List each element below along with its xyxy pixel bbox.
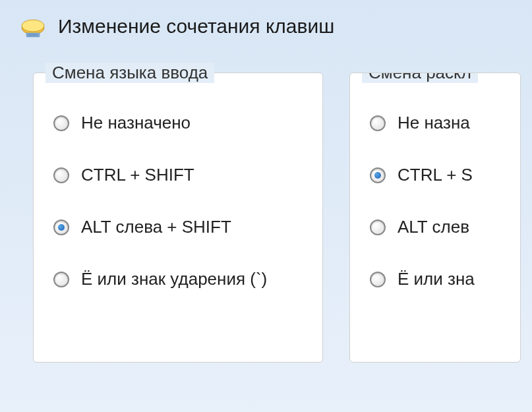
keyboard-icon bbox=[20, 13, 46, 40]
radio-icon bbox=[370, 272, 386, 287]
group-keyboard-layout-legend: Смена раскл bbox=[362, 73, 478, 83]
radio-item-grave-accent[interactable]: Ё или зна bbox=[370, 269, 500, 289]
radio-icon bbox=[370, 167, 386, 183]
radio-label: Ё или знак ударения (`) bbox=[81, 269, 267, 289]
radio-icon bbox=[370, 115, 386, 131]
group-keyboard-layout: Смена раскл Не назна CTRL + S ALT слев Ё… bbox=[349, 73, 521, 363]
radio-item-alt-shift[interactable]: ALT слева + SHIFT bbox=[53, 217, 303, 237]
radio-icon bbox=[53, 272, 69, 287]
group-input-language: Смена языка ввода Не назначено CTRL + SH… bbox=[33, 73, 323, 363]
radio-icon bbox=[53, 167, 69, 183]
svg-rect-2 bbox=[26, 33, 40, 37]
radio-label: Ё или зна bbox=[398, 269, 475, 289]
radio-icon bbox=[370, 220, 386, 235]
radio-item-ctrl-shift[interactable]: CTRL + SHIFT bbox=[53, 165, 303, 185]
radio-item-grave-accent[interactable]: Ё или знак ударения (`) bbox=[53, 269, 303, 289]
radio-item-ctrl-shift[interactable]: CTRL + S bbox=[370, 165, 500, 185]
radio-item-alt-shift[interactable]: ALT слев bbox=[370, 217, 500, 237]
radio-label: CTRL + S bbox=[398, 165, 473, 185]
radio-list-right: Не назна CTRL + S ALT слев Ё или зна bbox=[370, 113, 500, 289]
radio-item-not-assigned[interactable]: Не назначено bbox=[53, 113, 303, 133]
radio-label: Не назна bbox=[398, 113, 470, 133]
radio-label: ALT слев bbox=[398, 217, 469, 237]
radio-icon bbox=[53, 115, 69, 131]
content-area: Смена языка ввода Не назначено CTRL + SH… bbox=[0, 59, 532, 363]
dialog-title: Изменение сочетания клавиш bbox=[58, 15, 334, 38]
radio-label: Не назначено bbox=[81, 113, 191, 133]
radio-label: ALT слева + SHIFT bbox=[81, 217, 231, 237]
radio-label: CTRL + SHIFT bbox=[81, 165, 194, 185]
svg-point-1 bbox=[22, 20, 44, 32]
title-bar: Изменение сочетания клавиш bbox=[0, 0, 532, 59]
radio-item-not-assigned[interactable]: Не назна bbox=[370, 113, 500, 133]
dialog-window: Изменение сочетания клавиш Смена языка в… bbox=[0, 0, 532, 412]
radio-icon bbox=[53, 220, 69, 235]
radio-list-left: Не назначено CTRL + SHIFT ALT слева + SH… bbox=[53, 113, 303, 289]
group-input-language-legend: Смена языка ввода bbox=[45, 63, 214, 83]
